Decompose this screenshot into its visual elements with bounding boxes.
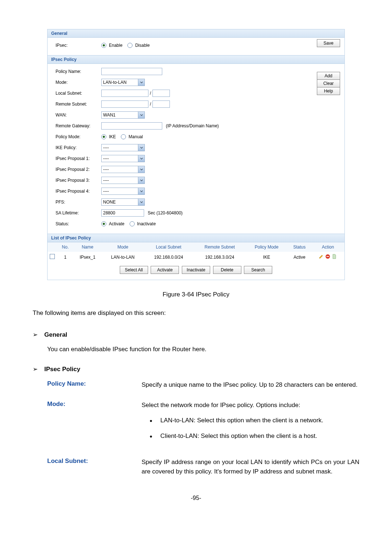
def-mode: Mode: Select the network mode for IPsec …: [47, 401, 359, 447]
remote-gateway-hint: (IP Address/Domain Name): [166, 123, 219, 128]
intro-paragraph: The following items are displayed on thi…: [33, 308, 359, 318]
chevron-down-icon: [138, 188, 144, 194]
remote-gateway-input[interactable]: [101, 122, 162, 130]
bullet-client-text: Client-to-LAN: Select this option when t…: [160, 431, 359, 441]
save-button[interactable]: Save: [317, 39, 340, 47]
clear-button[interactable]: Clear: [317, 79, 340, 87]
page-number: -95-: [33, 495, 359, 501]
term-policy-name: Policy Name:: [47, 380, 142, 390]
remote-subnet-ip-input[interactable]: [101, 100, 148, 108]
ike-policy-select[interactable]: ----: [101, 144, 145, 151]
section-header-ipsec-policy: IPsec Policy: [48, 55, 344, 64]
delete-button[interactable]: Delete: [213, 266, 241, 274]
cell-remote: 192.168.3.0/24: [194, 252, 246, 262]
cell-status: Active: [287, 252, 311, 262]
heading-ipsec-policy: ➢ IPsec Policy: [33, 365, 359, 373]
desc-local-subnet: Specify IP address range on your local L…: [142, 457, 359, 477]
col-mode: Mode: [102, 242, 143, 252]
status-inactivate-text: Inactivate: [137, 221, 156, 226]
chevron-down-icon: [138, 79, 144, 86]
search-button[interactable]: Search: [244, 266, 272, 274]
chevron-down-icon: [138, 144, 144, 151]
ipsec-disable-radio[interactable]: [127, 43, 132, 48]
select-all-button[interactable]: Select All: [120, 266, 148, 274]
status-activate-text: Activate: [109, 221, 124, 226]
wan-select[interactable]: WAN1: [101, 111, 145, 119]
bullet-lan-text: LAN-to-LAN: Select this option when the …: [160, 416, 359, 425]
slash-separator: /: [150, 102, 151, 107]
policy-mode-ike-text: IKE: [109, 134, 116, 139]
policy-mode-manual-radio[interactable]: [121, 134, 126, 139]
remote-subnet-mask-input[interactable]: [152, 100, 170, 108]
ipsec-disable-text: Disable: [135, 43, 150, 48]
status-activate-radio[interactable]: [101, 221, 106, 226]
table-row: 1 IPsex_1 LAN-to-LAN 192.168.0.0/24 192.…: [48, 252, 344, 262]
ipsec-proposal-1-select[interactable]: ----: [101, 155, 145, 162]
mode-select[interactable]: LAN-to-LAN: [101, 79, 145, 86]
policy-mode-label: Policy Mode:: [50, 134, 101, 139]
add-button[interactable]: Add: [317, 72, 340, 80]
local-subnet-mask-input[interactable]: [152, 90, 170, 97]
sa-lifetime-input[interactable]: [101, 209, 144, 217]
local-subnet-label: Local Subnet:: [50, 91, 101, 96]
local-subnet-ip-input[interactable]: [101, 90, 148, 97]
heading-general: ➢ General: [33, 331, 359, 338]
ipsec-label: IPsec:: [50, 43, 101, 48]
col-local-subnet: Local Subnet: [143, 242, 193, 252]
ipsec-proposal-2-select[interactable]: ----: [101, 166, 145, 173]
term-local-subnet: Local Subnet:: [47, 457, 142, 477]
ipsec-config-panel: General IPsec: Enable Disable Save IPsec…: [47, 29, 345, 280]
heading-ipsec-text: IPsec Policy: [44, 366, 80, 373]
term-mode: Mode:: [47, 401, 142, 447]
chevron-down-icon: [138, 155, 144, 162]
arrow-icon: ➢: [33, 365, 38, 373]
bullet-icon: ●: [150, 416, 152, 425]
ipsec-enable-radio[interactable]: [101, 43, 106, 48]
cell-local: 192.168.0.0/24: [143, 252, 193, 262]
edit-icon[interactable]: [319, 254, 324, 260]
sa-lifetime-label: SA Lifetime:: [50, 210, 101, 216]
policy-name-input[interactable]: [101, 68, 162, 75]
def-local-subnet: Local Subnet: Specify IP address range o…: [47, 457, 359, 477]
cell-mode: LAN-to-LAN: [102, 252, 143, 262]
col-action: Action: [311, 242, 344, 252]
status-inactivate-radio[interactable]: [130, 221, 135, 226]
delete-icon[interactable]: [325, 254, 330, 260]
heading-general-text: General: [44, 331, 67, 338]
wan-select-value: WAN1: [102, 112, 138, 118]
ipsec-policy-form: Add Clear Help Policy Name: Mode: LAN-to…: [48, 64, 344, 234]
col-no: No.: [58, 242, 73, 252]
col-status: Status: [287, 242, 311, 252]
sa-lifetime-hint: Sec (120-604800): [148, 210, 183, 216]
pfs-select[interactable]: NONE: [101, 198, 145, 206]
svg-rect-1: [327, 256, 329, 257]
policy-name-label: Policy Name:: [50, 69, 101, 74]
ipsec-enable-text: Enable: [109, 43, 122, 48]
inactivate-button[interactable]: Inactivate: [182, 266, 210, 274]
chevron-down-icon: [138, 199, 144, 205]
slash-separator: /: [150, 91, 151, 96]
col-policy-mode: Policy Mode: [246, 242, 287, 252]
doc-icon[interactable]: [332, 254, 337, 260]
desc-mode-text: Select the network mode for IPsec policy…: [142, 401, 359, 410]
policy-mode-ike-radio[interactable]: [101, 134, 106, 139]
help-button[interactable]: Help: [317, 87, 340, 95]
ipsec-proposal-4-select[interactable]: ----: [101, 188, 145, 195]
bullet-lan-to-lan: ● LAN-to-LAN: Select this option when th…: [150, 416, 359, 425]
policy-list-table: No. Name Mode Local Subnet Remote Subnet…: [48, 242, 344, 262]
col-name: Name: [73, 242, 102, 252]
activate-button[interactable]: Activate: [151, 266, 179, 274]
ipsec-proposal-3-label: IPsec Proposal 3:: [50, 178, 101, 183]
arrow-icon: ➢: [33, 331, 38, 338]
ipsec-proposal-1-label: IPsec Proposal 1:: [50, 156, 101, 161]
bullet-client-to-lan: ● Client-to-LAN: Select this option when…: [150, 431, 359, 441]
general-form: IPsec: Enable Disable Save: [48, 38, 344, 55]
ipsec-proposal-3-select[interactable]: ----: [101, 177, 145, 184]
section-header-general: General: [48, 29, 344, 38]
ike-policy-label: IKE Policy:: [50, 145, 101, 150]
remote-subnet-label: Remote Subnet:: [50, 102, 101, 107]
remote-gateway-label: Remote Gateway:: [50, 123, 101, 128]
pfs-label: PFS:: [50, 200, 101, 205]
row-checkbox[interactable]: [50, 254, 55, 259]
cell-name: IPsex_1: [73, 252, 102, 262]
